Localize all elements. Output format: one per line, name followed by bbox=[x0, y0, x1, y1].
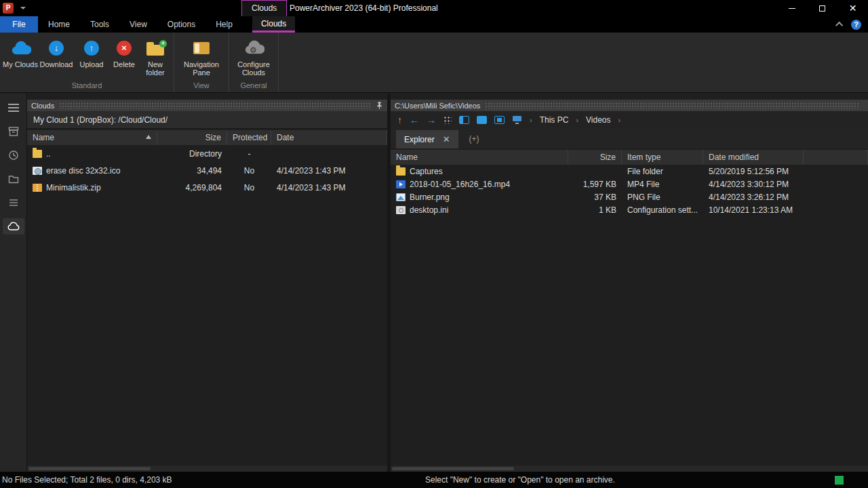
rail-queue-button[interactable] bbox=[3, 195, 24, 211]
statusbar: No Files Selected; Total 2 files, 0 dirs… bbox=[0, 472, 868, 488]
menubar-right: ? bbox=[837, 16, 868, 33]
column-header-date-modified[interactable]: Date modified bbox=[703, 150, 804, 165]
my-clouds-button[interactable]: My Clouds bbox=[2, 36, 39, 68]
clouds-panel: Clouds My Cloud 1 (DropBox): /Cloud/Clou… bbox=[27, 94, 387, 472]
breadcrumb-videos[interactable]: Videos bbox=[586, 115, 610, 125]
folder-icon bbox=[33, 150, 42, 158]
rail-folders-button[interactable] bbox=[3, 171, 24, 187]
table-row[interactable]: .. Directory - bbox=[27, 145, 387, 162]
new-tab-button[interactable]: (+) bbox=[469, 134, 479, 144]
breadcrumb-separator: › bbox=[618, 116, 621, 124]
rail-menu-button[interactable] bbox=[3, 100, 24, 116]
table-row[interactable]: Burner.png 37 KB PNG File 4/14/2023 3:26… bbox=[391, 190, 868, 203]
ini-file-icon bbox=[396, 206, 406, 214]
main-area: Clouds My Cloud 1 (DropBox): /Cloud/Clou… bbox=[0, 94, 868, 472]
minimize-button[interactable] bbox=[776, 0, 807, 16]
new-folder-icon: + bbox=[146, 38, 164, 58]
column-header-size[interactable]: Size bbox=[568, 150, 622, 165]
navigation-pane-button[interactable]: Navigation Pane bbox=[176, 36, 226, 77]
column-header-date[interactable]: Date bbox=[271, 130, 387, 145]
table-row[interactable]: 2018-01-05_16h26_16.mp4 1,597 KB MP4 Fil… bbox=[391, 178, 868, 190]
table-row[interactable]: Minimalistik.zip 4,269,804 No 4/14/2023 … bbox=[27, 179, 387, 196]
preview-pane-icon[interactable] bbox=[494, 116, 505, 124]
delete-button[interactable]: × Delete bbox=[109, 36, 139, 68]
column-header-empty bbox=[804, 150, 868, 165]
maximize-icon bbox=[819, 5, 825, 12]
table-row[interactable]: desktop.ini 1 KB Configuration sett... 1… bbox=[391, 203, 868, 216]
computer-icon[interactable] bbox=[512, 116, 522, 124]
quick-access-caret-icon[interactable] bbox=[20, 7, 26, 9]
new-folder-button[interactable]: + New folder bbox=[139, 36, 172, 77]
delete-icon: × bbox=[117, 38, 132, 58]
titlebar: P Clouds PowerArchiver 2023 (64-bit) Pro… bbox=[0, 0, 868, 16]
close-icon: ✕ bbox=[849, 3, 857, 13]
view-grid-icon[interactable] bbox=[443, 116, 452, 124]
clouds-table-header: Name Size Protected Date bbox=[27, 130, 387, 145]
context-tab-chip[interactable]: Clouds bbox=[241, 0, 287, 16]
ribbon-group-view: Navigation Pane View bbox=[174, 33, 229, 92]
hamburger-icon bbox=[8, 102, 19, 114]
mp4-file-icon bbox=[396, 180, 406, 188]
menu-file[interactable]: File bbox=[0, 16, 38, 33]
rail-archive-button[interactable] bbox=[3, 123, 24, 140]
horizontal-scrollbar[interactable] bbox=[391, 466, 868, 472]
download-icon: ↓ bbox=[49, 38, 64, 58]
tab-explorer[interactable]: Explorer ✕ bbox=[396, 130, 458, 148]
cloud-blue-icon bbox=[9, 38, 31, 58]
maximize-button[interactable] bbox=[807, 0, 837, 16]
clouds-panel-title: Clouds bbox=[31, 102, 54, 110]
clouds-panel-titlebar[interactable]: Clouds bbox=[27, 100, 387, 111]
app-icon[interactable]: P bbox=[3, 3, 14, 14]
back-icon[interactable]: ← bbox=[410, 115, 419, 125]
explorer-panel: C:\Users\Mili Sefic\Videos ↑ ← → › This … bbox=[391, 94, 868, 472]
explorer-panel-titlebar[interactable]: C:\Users\Mili Sefic\Videos bbox=[391, 100, 868, 111]
breadcrumb-separator: › bbox=[576, 116, 578, 124]
queue-icon bbox=[7, 197, 20, 209]
group-label-view: View bbox=[174, 81, 229, 92]
upload-button[interactable]: ↑ Upload bbox=[74, 36, 109, 68]
menu-tools[interactable]: Tools bbox=[80, 16, 119, 33]
tab-close-icon[interactable]: ✕ bbox=[443, 134, 450, 144]
window-controls: ✕ bbox=[776, 0, 868, 16]
status-hint: Select "New" to create or "Open" to open… bbox=[425, 472, 615, 488]
help-icon[interactable]: ? bbox=[851, 20, 861, 30]
tab-clouds[interactable]: Clouds bbox=[252, 16, 295, 33]
ico-file-icon bbox=[33, 167, 42, 175]
rail-history-button[interactable] bbox=[3, 147, 24, 163]
history-icon bbox=[7, 149, 20, 161]
menu-home[interactable]: Home bbox=[38, 16, 80, 33]
up-one-level-icon[interactable]: ↑ bbox=[397, 115, 402, 125]
table-row[interactable]: Captures File folder 5/20/2019 5:12:56 P… bbox=[391, 165, 868, 178]
column-header-name[interactable]: Name bbox=[391, 150, 568, 165]
scrollbar-thumb[interactable] bbox=[392, 467, 514, 470]
column-header-protected[interactable]: Protected bbox=[227, 130, 271, 145]
column-header-item-type[interactable]: Item type bbox=[622, 150, 703, 165]
download-button[interactable]: ↓ Download bbox=[39, 36, 74, 68]
menu-help[interactable]: Help bbox=[205, 16, 243, 33]
menu-view[interactable]: View bbox=[119, 16, 157, 33]
scrollbar-thumb[interactable] bbox=[28, 467, 151, 470]
table-row[interactable]: erase disc 32x32.ico 34,494 No 4/14/2023… bbox=[27, 162, 387, 179]
cloud-path[interactable]: My Cloud 1 (DropBox): /Cloud/Cloud/ bbox=[27, 111, 387, 129]
column-header-name[interactable]: Name bbox=[27, 130, 157, 145]
configure-clouds-button[interactable]: ⚙ Configure Clouds bbox=[231, 36, 276, 77]
explorer-path: C:\Users\Mili Sefic\Videos bbox=[395, 102, 480, 110]
split-vertical-icon[interactable] bbox=[459, 116, 469, 124]
column-header-size[interactable]: Size bbox=[157, 130, 227, 145]
close-button[interactable]: ✕ bbox=[837, 0, 868, 16]
pin-icon[interactable] bbox=[376, 102, 383, 109]
breadcrumb-this-pc[interactable]: This PC bbox=[540, 115, 569, 125]
ribbon-group-standard: My Clouds ↓ Download ↑ Upload × Delete + bbox=[0, 33, 174, 92]
breadcrumb-separator: › bbox=[530, 116, 532, 124]
horizontal-scrollbar[interactable] bbox=[27, 466, 387, 472]
rail-clouds-button[interactable] bbox=[3, 218, 24, 235]
explorer-toolbar: ↑ ← → › This PC › Videos › bbox=[391, 111, 868, 129]
collapse-ribbon-icon[interactable] bbox=[835, 22, 843, 29]
single-pane-icon[interactable] bbox=[477, 116, 487, 124]
forward-icon[interactable]: → bbox=[427, 115, 436, 125]
window-title: PowerArchiver 2023 (64-bit) Professional bbox=[290, 0, 438, 16]
group-label-standard: Standard bbox=[0, 81, 174, 92]
minimize-icon bbox=[789, 8, 795, 9]
menu-options[interactable]: Options bbox=[157, 16, 205, 33]
explorer-table-header: Name Size Item type Date modified bbox=[391, 150, 868, 165]
